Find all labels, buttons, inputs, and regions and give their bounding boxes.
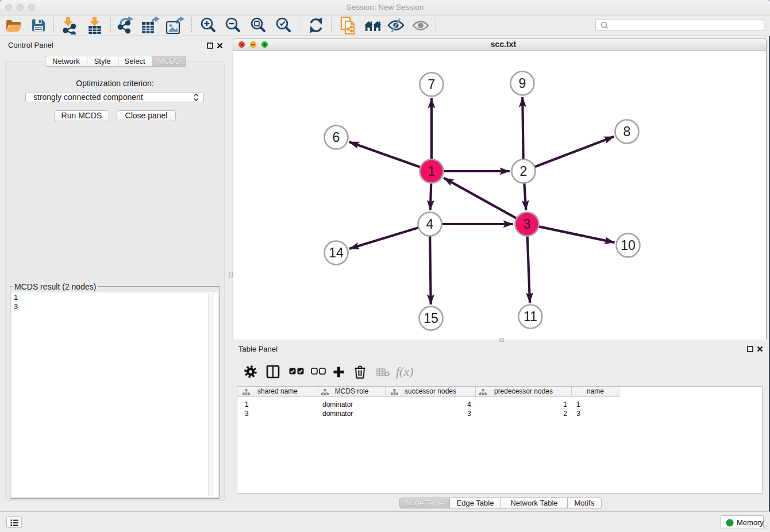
svg-text:15: 15 [424,311,438,326]
svg-text:2: 2 [520,164,528,179]
svg-text:10: 10 [621,238,636,253]
svg-text:4: 4 [426,217,434,232]
svg-text:14: 14 [329,245,344,260]
svg-text:7: 7 [428,77,436,92]
svg-text:8: 8 [623,124,631,139]
svg-text:11: 11 [523,309,537,324]
svg-text:1: 1 [428,164,436,179]
svg-text:9: 9 [519,76,526,91]
svg-text:3: 3 [523,217,531,232]
svg-text:6: 6 [333,130,340,145]
